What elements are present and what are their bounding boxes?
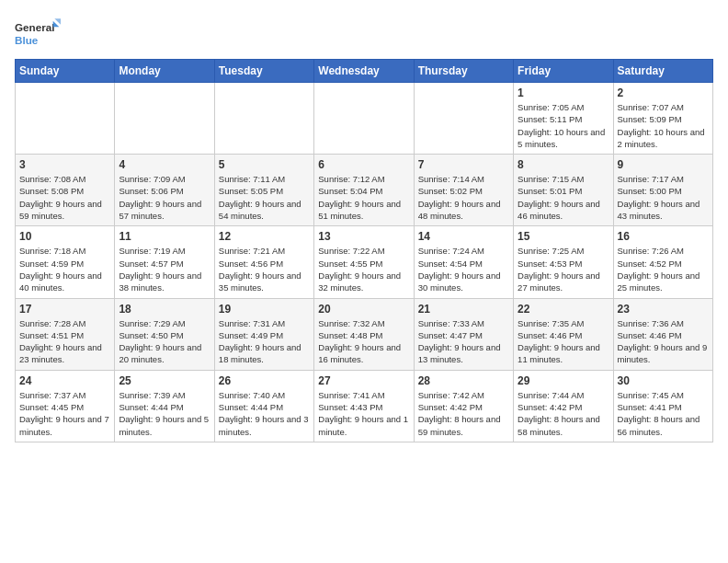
day-number: 25 [119, 374, 210, 387]
day-number: 28 [418, 374, 509, 387]
calendar-cell: 18Sunrise: 7:29 AM Sunset: 4:50 PM Dayli… [115, 298, 214, 370]
calendar-cell: 10Sunrise: 7:18 AM Sunset: 4:59 PM Dayli… [16, 226, 115, 298]
calendar-cell: 21Sunrise: 7:33 AM Sunset: 4:47 PM Dayli… [414, 298, 513, 370]
calendar-cell [214, 83, 313, 155]
calendar-cell: 7Sunrise: 7:14 AM Sunset: 5:02 PM Daylig… [414, 155, 513, 226]
weekday-header: Wednesday [314, 60, 414, 83]
logo: General Blue [15, 15, 61, 52]
day-number: 16 [618, 230, 709, 243]
calendar-cell: 1Sunrise: 7:05 AM Sunset: 5:11 PM Daylig… [514, 83, 613, 155]
day-info: Sunrise: 7:14 AM Sunset: 5:02 PM Dayligh… [418, 173, 509, 222]
calendar-cell: 17Sunrise: 7:28 AM Sunset: 4:51 PM Dayli… [16, 298, 115, 370]
calendar-table: SundayMondayTuesdayWednesdayThursdayFrid… [15, 59, 713, 442]
day-info: Sunrise: 7:42 AM Sunset: 4:42 PM Dayligh… [418, 389, 509, 438]
day-info: Sunrise: 7:07 AM Sunset: 5:09 PM Dayligh… [618, 101, 709, 150]
day-info: Sunrise: 7:17 AM Sunset: 5:00 PM Dayligh… [618, 173, 709, 222]
calendar-cell: 24Sunrise: 7:37 AM Sunset: 4:45 PM Dayli… [16, 370, 115, 442]
day-number: 30 [618, 374, 709, 387]
svg-text:General: General [15, 21, 54, 33]
calendar-cell: 6Sunrise: 7:12 AM Sunset: 5:04 PM Daylig… [314, 155, 414, 226]
weekday-header: Monday [115, 60, 214, 83]
svg-text:Blue: Blue [15, 34, 39, 46]
calendar-cell: 26Sunrise: 7:40 AM Sunset: 4:44 PM Dayli… [214, 370, 313, 442]
weekday-header: Friday [514, 60, 613, 83]
day-number: 13 [318, 230, 409, 243]
day-info: Sunrise: 7:11 AM Sunset: 5:05 PM Dayligh… [219, 173, 310, 222]
day-number: 4 [119, 158, 210, 171]
calendar-cell: 19Sunrise: 7:31 AM Sunset: 4:49 PM Dayli… [214, 298, 313, 370]
day-info: Sunrise: 7:39 AM Sunset: 4:44 PM Dayligh… [119, 389, 210, 438]
day-number: 19 [219, 303, 310, 316]
day-info: Sunrise: 7:12 AM Sunset: 5:04 PM Dayligh… [318, 173, 409, 222]
calendar-week-row: 1Sunrise: 7:05 AM Sunset: 5:11 PM Daylig… [16, 83, 713, 155]
calendar-cell: 11Sunrise: 7:19 AM Sunset: 4:57 PM Dayli… [115, 226, 214, 298]
calendar-cell [414, 83, 513, 155]
weekday-header: Sunday [16, 60, 115, 83]
calendar-cell: 16Sunrise: 7:26 AM Sunset: 4:52 PM Dayli… [613, 226, 712, 298]
day-number: 14 [418, 230, 509, 243]
calendar-cell [16, 83, 115, 155]
calendar-cell: 29Sunrise: 7:44 AM Sunset: 4:42 PM Dayli… [514, 370, 613, 442]
day-info: Sunrise: 7:33 AM Sunset: 4:47 PM Dayligh… [418, 317, 509, 366]
weekday-header: Saturday [613, 60, 712, 83]
calendar-cell: 8Sunrise: 7:15 AM Sunset: 5:01 PM Daylig… [514, 155, 613, 226]
calendar-cell: 23Sunrise: 7:36 AM Sunset: 4:46 PM Dayli… [613, 298, 712, 370]
calendar-week-row: 24Sunrise: 7:37 AM Sunset: 4:45 PM Dayli… [16, 370, 713, 442]
calendar-week-row: 10Sunrise: 7:18 AM Sunset: 4:59 PM Dayli… [16, 226, 713, 298]
day-info: Sunrise: 7:21 AM Sunset: 4:56 PM Dayligh… [219, 245, 310, 293]
day-number: 15 [518, 230, 609, 243]
calendar-week-row: 17Sunrise: 7:28 AM Sunset: 4:51 PM Dayli… [16, 298, 713, 370]
day-number: 17 [19, 303, 110, 316]
day-number: 3 [19, 158, 110, 171]
day-number: 29 [518, 374, 609, 387]
day-number: 27 [318, 374, 409, 387]
day-number: 12 [219, 230, 310, 243]
calendar-cell: 12Sunrise: 7:21 AM Sunset: 4:56 PM Dayli… [214, 226, 313, 298]
day-info: Sunrise: 7:36 AM Sunset: 4:46 PM Dayligh… [618, 317, 709, 366]
calendar-week-row: 3Sunrise: 7:08 AM Sunset: 5:08 PM Daylig… [16, 155, 713, 226]
weekday-header-row: SundayMondayTuesdayWednesdayThursdayFrid… [16, 60, 713, 83]
day-info: Sunrise: 7:05 AM Sunset: 5:11 PM Dayligh… [518, 101, 609, 150]
day-number: 20 [318, 303, 409, 316]
day-number: 9 [618, 158, 709, 171]
day-number: 2 [618, 86, 709, 99]
day-info: Sunrise: 7:15 AM Sunset: 5:01 PM Dayligh… [518, 173, 609, 222]
day-number: 7 [418, 158, 509, 171]
day-number: 26 [219, 374, 310, 387]
logo-svg: General Blue [15, 15, 61, 52]
calendar-cell: 9Sunrise: 7:17 AM Sunset: 5:00 PM Daylig… [613, 155, 712, 226]
day-info: Sunrise: 7:28 AM Sunset: 4:51 PM Dayligh… [19, 317, 110, 366]
day-info: Sunrise: 7:31 AM Sunset: 4:49 PM Dayligh… [219, 317, 310, 366]
day-info: Sunrise: 7:18 AM Sunset: 4:59 PM Dayligh… [19, 245, 110, 293]
day-number: 22 [518, 303, 609, 316]
day-number: 24 [19, 374, 110, 387]
calendar-cell: 2Sunrise: 7:07 AM Sunset: 5:09 PM Daylig… [613, 83, 712, 155]
calendar-cell: 3Sunrise: 7:08 AM Sunset: 5:08 PM Daylig… [16, 155, 115, 226]
calendar-cell: 22Sunrise: 7:35 AM Sunset: 4:46 PM Dayli… [514, 298, 613, 370]
calendar-cell [314, 83, 414, 155]
calendar-cell: 25Sunrise: 7:39 AM Sunset: 4:44 PM Dayli… [115, 370, 214, 442]
day-number: 5 [219, 158, 310, 171]
calendar-cell: 4Sunrise: 7:09 AM Sunset: 5:06 PM Daylig… [115, 155, 214, 226]
day-number: 23 [618, 303, 709, 316]
day-info: Sunrise: 7:44 AM Sunset: 4:42 PM Dayligh… [518, 389, 609, 438]
weekday-header: Thursday [414, 60, 513, 83]
calendar-cell: 13Sunrise: 7:22 AM Sunset: 4:55 PM Dayli… [314, 226, 414, 298]
calendar-cell: 27Sunrise: 7:41 AM Sunset: 4:43 PM Dayli… [314, 370, 414, 442]
calendar-cell: 5Sunrise: 7:11 AM Sunset: 5:05 PM Daylig… [214, 155, 313, 226]
day-number: 6 [318, 158, 409, 171]
day-number: 8 [518, 158, 609, 171]
day-number: 1 [518, 86, 609, 99]
day-info: Sunrise: 7:45 AM Sunset: 4:41 PM Dayligh… [618, 389, 709, 438]
day-info: Sunrise: 7:19 AM Sunset: 4:57 PM Dayligh… [119, 245, 210, 293]
day-info: Sunrise: 7:25 AM Sunset: 4:53 PM Dayligh… [518, 245, 609, 293]
day-info: Sunrise: 7:32 AM Sunset: 4:48 PM Dayligh… [318, 317, 409, 366]
calendar-cell: 15Sunrise: 7:25 AM Sunset: 4:53 PM Dayli… [514, 226, 613, 298]
day-info: Sunrise: 7:24 AM Sunset: 4:54 PM Dayligh… [418, 245, 509, 293]
calendar-cell: 28Sunrise: 7:42 AM Sunset: 4:42 PM Dayli… [414, 370, 513, 442]
weekday-header: Tuesday [214, 60, 313, 83]
calendar-cell [115, 83, 214, 155]
day-info: Sunrise: 7:40 AM Sunset: 4:44 PM Dayligh… [219, 389, 310, 438]
page-header: General Blue [15, 15, 713, 52]
day-number: 10 [19, 230, 110, 243]
